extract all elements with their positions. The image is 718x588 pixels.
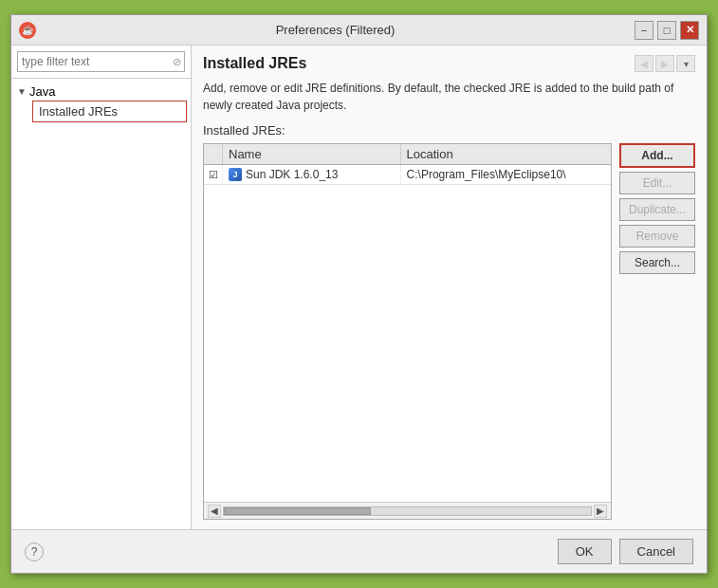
tree-arrow-icon: ▼ (17, 86, 27, 97)
cancel-button[interactable]: Cancel (619, 539, 693, 564)
jre-action-buttons: Add... Edit... Duplicate... Remove Searc… (619, 143, 695, 520)
filter-clear-icon[interactable]: ⊘ (173, 56, 181, 68)
duplicate-button[interactable]: Duplicate... (619, 198, 695, 221)
back-button[interactable]: ◀ (635, 55, 654, 72)
filter-box: ⊘ (11, 46, 191, 79)
installed-jres-label: Installed JREs (39, 104, 118, 119)
window-title: Preferences (Filtered) (36, 23, 635, 37)
table-empty-area (204, 185, 611, 502)
sidebar: ⊘ ▼ Java Installed JREs (11, 46, 192, 529)
nav-dropdown-button[interactable]: ▾ (676, 55, 695, 72)
tree-area: ▼ Java Installed JREs (11, 79, 191, 529)
scroll-track[interactable] (223, 506, 592, 516)
bottom-buttons: OK Cancel (558, 539, 693, 564)
search-button[interactable]: Search... (619, 251, 695, 274)
jre-name-text: Sun JDK 1.6.0_13 (246, 168, 338, 181)
col-name-header: Name (223, 144, 401, 164)
sidebar-item-installed-jres[interactable]: Installed JREs (32, 101, 187, 122)
edit-button[interactable]: Edit... (619, 172, 695, 194)
close-button[interactable]: ✕ (680, 21, 699, 40)
main-header: Installed JREs ◀ ▶ ▾ (203, 55, 695, 72)
maximize-button[interactable]: □ (657, 21, 676, 40)
jre-table: Name Location ☑ J Sun JDK 1.6.0_13 C:\Pr… (203, 143, 612, 520)
minimize-button[interactable]: − (635, 21, 654, 40)
help-button[interactable]: ? (25, 542, 44, 561)
row-name: J Sun JDK 1.6.0_13 (223, 165, 401, 184)
row-location: C:\Program_Files\MyEclipse10\ (401, 165, 611, 184)
description-text: Add, remove or edit JRE definitions. By … (203, 80, 695, 114)
title-bar: ☕ Preferences (Filtered) − □ ✕ (11, 15, 707, 46)
tree-child-area: Installed JREs (32, 101, 187, 122)
col-location-header: Location (401, 144, 611, 164)
section-label: Installed JREs: (203, 123, 695, 138)
filter-input[interactable] (17, 51, 185, 72)
scroll-right-button[interactable]: ▶ (594, 505, 607, 518)
preferences-window: ☕ Preferences (Filtered) − □ ✕ ⊘ ▼ Java (10, 14, 708, 574)
app-icon: ☕ (19, 22, 36, 39)
tree-java-label: Java (29, 84, 55, 99)
page-title: Installed JREs (203, 55, 306, 72)
title-bar-left: ☕ (19, 22, 36, 39)
forward-button[interactable]: ▶ (655, 55, 674, 72)
jre-type-icon: J (229, 168, 242, 181)
row-checkbox[interactable]: ☑ (204, 166, 223, 184)
add-button[interactable]: Add... (619, 143, 695, 168)
ok-button[interactable]: OK (558, 539, 612, 564)
main-panel: Installed JREs ◀ ▶ ▾ Add, remove or edit… (192, 46, 707, 529)
col-check (204, 144, 223, 164)
tree-java-item[interactable]: ▼ Java (15, 83, 187, 101)
content-area: ⊘ ▼ Java Installed JREs Installed JREs (11, 46, 707, 529)
horizontal-scrollbar[interactable]: ◀ ▶ (204, 502, 611, 519)
table-row[interactable]: ☑ J Sun JDK 1.6.0_13 C:\Program_Files\My… (204, 165, 611, 185)
bottom-bar: ? OK Cancel (11, 529, 707, 573)
title-controls: − □ ✕ (635, 21, 699, 40)
scroll-thumb[interactable] (224, 507, 371, 515)
filter-input-wrapper: ⊘ (17, 51, 185, 72)
jre-panel: Name Location ☑ J Sun JDK 1.6.0_13 C:\Pr… (203, 143, 695, 520)
remove-button[interactable]: Remove (619, 225, 695, 248)
table-header: Name Location (204, 144, 611, 165)
checkbox-checked-icon: ☑ (209, 169, 218, 181)
nav-buttons: ◀ ▶ ▾ (635, 55, 695, 72)
scroll-left-button[interactable]: ◀ (208, 505, 221, 518)
